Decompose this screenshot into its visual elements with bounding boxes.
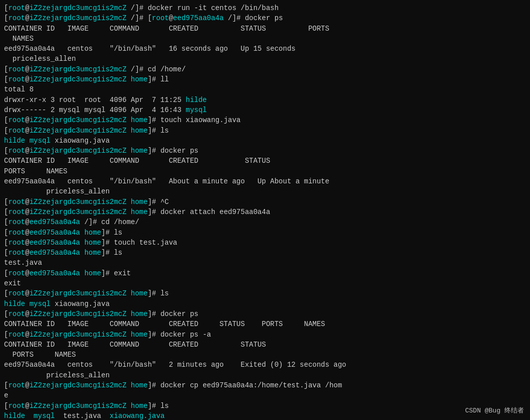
terminal-line: CONTAINER ID IMAGE COMMAND CREATED STATU… [4, 24, 526, 34]
terminal-line: priceless_allen [4, 54, 526, 64]
terminal-line: [root@eed975aa0a4a /]# cd /home/ [4, 217, 526, 227]
terminal-line: [root@iZ2zejargdc3umcg1is2mcZ home]# ls [4, 401, 526, 411]
terminal-line: NAMES [4, 34, 526, 44]
terminal-line: [root@iZ2zejargdc3umcg1is2mcZ home]# doc… [4, 380, 526, 390]
terminal-line: eed975aa0a4a centos "/bin/bash" 16 secon… [4, 44, 526, 54]
terminal-line: priceless_allen [4, 186, 526, 196]
terminal-line: CONTAINER ID IMAGE COMMAND CREATED STATU… [4, 319, 526, 329]
terminal-line: priceless_allen [4, 370, 526, 380]
terminal-line: eed975aa0a4a centos "/bin/bash" 2 minute… [4, 360, 526, 370]
terminal-line: [root@iZ2zejargdc3umcg1is2mcZ home]# tou… [4, 115, 526, 125]
terminal-line: exit [4, 278, 526, 288]
terminal-output: [root@iZ2zejargdc3umcg1is2mcZ /]# docker… [4, 3, 526, 420]
terminal-line: eed975aa0a4a centos "/bin/bash" About a … [4, 176, 526, 186]
terminal-line: [root@eed975aa0a4a home]# ls [4, 228, 526, 238]
terminal-line: [root@iZ2zejargdc3umcg1is2mcZ home]# doc… [4, 207, 526, 217]
terminal-line: [root@eed975aa0a4a home]# ls [4, 248, 526, 258]
terminal-line: total 8 [4, 84, 526, 94]
terminal-line: drwxr-xr-x 3 root root 4096 Apr 7 11:25 … [4, 95, 526, 105]
terminal: [root@iZ2zejargdc3umcg1is2mcZ /]# docker… [0, 0, 530, 420]
terminal-line: hilde mysql xiaowang.java [4, 136, 526, 146]
terminal-line: hilde mysql xiaowang.java [4, 299, 526, 309]
terminal-line: CONTAINER ID IMAGE COMMAND CREATED STATU… [4, 156, 526, 166]
terminal-line: drwx------ 2 mysql mysql 4096 Apr 4 16:4… [4, 105, 526, 115]
terminal-line: CONTAINER ID IMAGE COMMAND CREATED STATU… [4, 340, 526, 350]
terminal-line: [root@iZ2zejargdc3umcg1is2mcZ /]# docker… [4, 3, 526, 13]
terminal-line: PORTS NAMES [4, 166, 526, 176]
terminal-line: [root@iZ2zejargdc3umcg1is2mcZ /]# cd /ho… [4, 64, 526, 74]
terminal-line: [root@iZ2zejargdc3umcg1is2mcZ home]# doc… [4, 146, 526, 156]
terminal-line: [root@eed975aa0a4a home]# exit [4, 268, 526, 278]
terminal-line: [root@iZ2zejargdc3umcg1is2mcZ home]# doc… [4, 309, 526, 319]
terminal-line: hilde mysql test.java xiaowang.java [4, 411, 526, 420]
terminal-line: [root@iZ2zejargdc3umcg1is2mcZ home]# ls [4, 126, 526, 136]
terminal-line: PORTS NAMES [4, 350, 526, 360]
terminal-line: [root@iZ2zejargdc3umcg1is2mcZ home]# doc… [4, 330, 526, 340]
terminal-line: [root@iZ2zejargdc3umcg1is2mcZ home]# ll [4, 74, 526, 84]
terminal-line: [root@iZ2zejargdc3umcg1is2mcZ /]# [root@… [4, 13, 526, 23]
terminal-line: [root@eed975aa0a4a home]# touch test.jav… [4, 238, 526, 248]
terminal-line: test.java [4, 258, 526, 268]
watermark: CSDN @Bug 终结者 [465, 406, 524, 416]
terminal-line: [root@iZ2zejargdc3umcg1is2mcZ home]# ls [4, 288, 526, 298]
terminal-line: e [4, 390, 526, 400]
terminal-line: [root@iZ2zejargdc3umcg1is2mcZ home]# ^C [4, 197, 526, 207]
